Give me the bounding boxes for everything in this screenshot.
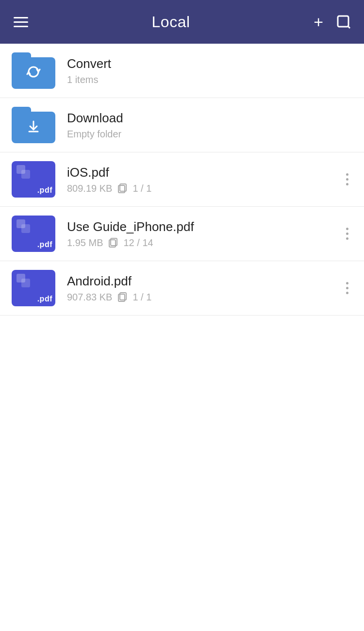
pdf-icon: .pdf	[12, 270, 55, 306]
item-info: iOS.pdf 809.19 KB 1 / 1	[67, 165, 338, 194]
item-meta: 1.95 MB 12 / 14	[67, 237, 338, 249]
folder-icon	[12, 52, 55, 89]
pages-icon	[117, 292, 128, 302]
svg-rect-0	[338, 16, 348, 27]
download-icon	[27, 120, 40, 136]
item-size: 809.19 KB	[67, 183, 112, 194]
edit-button[interactable]	[337, 15, 350, 29]
pages-icon	[117, 183, 128, 194]
file-list: Convert 1 items Download Em	[0, 44, 364, 316]
pdf-label: .pdf	[37, 186, 52, 195]
folder-icon	[12, 107, 55, 143]
item-meta: 809.19 KB 1 / 1	[67, 183, 338, 194]
item-meta: 1 items	[67, 74, 352, 85]
item-size: 907.83 KB	[67, 292, 112, 303]
list-item[interactable]: Download Empty folder	[0, 98, 364, 152]
item-info: Download Empty folder	[67, 111, 352, 140]
item-name: Convert	[67, 56, 352, 71]
item-pages: 1 / 1	[132, 183, 151, 194]
header-actions: +	[314, 14, 350, 30]
pdf-icon: .pdf	[12, 216, 55, 252]
menu-button[interactable]	[14, 17, 28, 27]
list-item[interactable]: .pdf iOS.pdf 809.19 KB 1 / 1	[0, 152, 364, 207]
item-size: 1.95 MB	[67, 237, 103, 249]
more-button[interactable]	[342, 169, 352, 189]
item-info: Convert 1 items	[67, 56, 352, 85]
pdf-icon: .pdf	[12, 161, 55, 198]
list-item[interactable]: .pdf Android.pdf 907.83 KB 1 / 1	[0, 261, 364, 316]
item-status: Empty folder	[67, 129, 121, 140]
item-name: iOS.pdf	[67, 165, 338, 180]
add-button[interactable]: +	[314, 14, 323, 30]
item-name: Android.pdf	[67, 274, 338, 289]
item-name: Download	[67, 111, 352, 126]
more-button[interactable]	[342, 278, 352, 298]
page-title: Local	[152, 13, 190, 31]
item-pages: 1 / 1	[132, 292, 151, 303]
item-pages: 12 / 14	[123, 237, 153, 249]
pdf-label: .pdf	[37, 240, 52, 249]
pdf-label: .pdf	[37, 295, 52, 303]
more-button[interactable]	[342, 224, 352, 244]
item-meta: Empty folder	[67, 129, 352, 140]
item-info: Use Guide_iPhone.pdf 1.95 MB 12 / 14	[67, 219, 338, 249]
list-item[interactable]: Convert 1 items	[0, 44, 364, 98]
convert-icon	[26, 65, 41, 82]
svg-line-1	[347, 26, 350, 28]
item-count: 1 items	[67, 74, 98, 85]
app-header: Local +	[0, 0, 364, 44]
item-info: Android.pdf 907.83 KB 1 / 1	[67, 274, 338, 303]
pages-icon	[108, 237, 118, 248]
list-item[interactable]: .pdf Use Guide_iPhone.pdf 1.95 MB 12 / 1…	[0, 207, 364, 261]
item-name: Use Guide_iPhone.pdf	[67, 219, 338, 234]
item-meta: 907.83 KB 1 / 1	[67, 292, 338, 303]
